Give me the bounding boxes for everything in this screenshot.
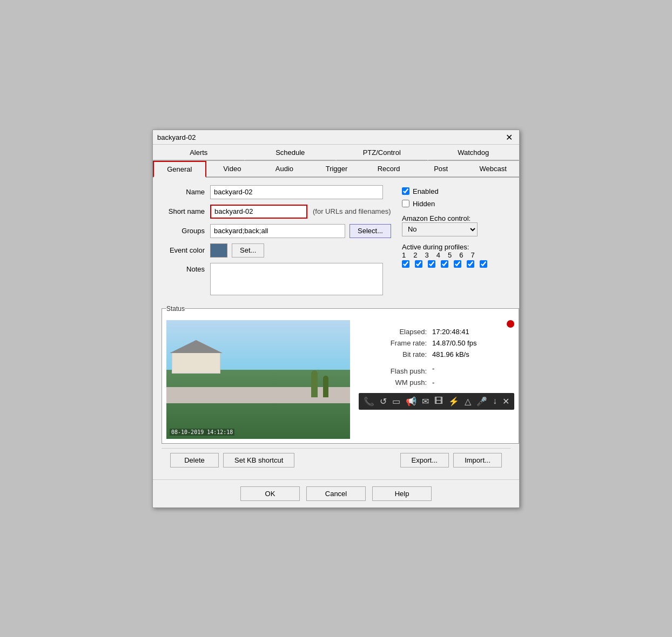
tabs-row2: General Video Audio Trigger Record Post … [153,161,519,178]
flash-push-value: - [430,361,513,376]
set-color-button[interactable]: Set... [232,243,264,257]
profiles-section: Active during profiles: 1 2 3 4 5 6 7 [402,241,510,268]
title-bar: backyard-02 ✕ [153,130,519,145]
toolbar-monitor-icon[interactable]: ▭ [391,395,402,408]
tab-webcast[interactable]: Webcast [467,161,519,177]
amazon-label: Amazon Echo control: [402,214,510,222]
short-name-input[interactable] [210,205,307,219]
kb-shortcut-button[interactable]: Set KB shortcut [223,453,294,467]
info-table: Elapsed: 17:20:48:41 Frame rate: 14.87/0… [359,326,514,389]
wall [166,387,350,403]
profile-check-7[interactable] [480,260,487,268]
tab-ptz[interactable]: PTZ/Control [336,145,428,160]
event-color-label: Event color [162,246,210,254]
notes-row: Notes [162,263,391,295]
tab-audio[interactable]: Audio [258,161,311,177]
status-section: Status 08-10-2019 14:12:18 [162,305,519,444]
tab-schedule[interactable]: Schedule [245,145,337,160]
groups-row: Groups Select... [162,224,391,238]
flash-push-label: Flash push: [360,361,429,376]
bit-rate-label: Bit rate: [360,349,429,360]
toolbar-mic-icon[interactable]: 🎤 [475,395,489,408]
close-button[interactable]: ✕ [503,133,515,142]
tab-trigger[interactable]: Trigger [311,161,363,177]
window-title: backyard-02 [157,133,196,141]
short-name-row: Short name (for URLs and filenames) [162,205,391,219]
toolbar-film-icon[interactable]: 🎞 [433,395,445,408]
toolbar-mail-icon[interactable]: ✉ [420,395,431,408]
export-button[interactable]: Export... [400,453,449,467]
ok-button[interactable]: OK [240,486,300,501]
hidden-checkbox[interactable] [402,200,409,207]
profiles-numbers: 1 2 3 4 5 6 7 [402,251,510,259]
tab-watchdog[interactable]: Watchdog [428,145,520,160]
tab-record[interactable]: Record [362,161,415,177]
status-inner: 08-10-2019 14:12:18 Elapsed: 17:20:48:41… [166,320,514,439]
select-button[interactable]: Select... [350,224,391,238]
hidden-row: Hidden [402,200,510,208]
toolbar-triangle-icon[interactable]: △ [463,395,473,408]
profile-num-7: 7 [471,251,474,259]
elapsed-value: 17:20:48:41 [430,327,513,337]
short-name-label: Short name [162,207,210,215]
profile-num-3: 3 [425,251,428,259]
amazon-select[interactable]: No Yes [402,222,478,236]
left-fields: Name Short name (for URLs and filenames)… [162,185,391,301]
profile-check-1[interactable] [402,260,409,268]
hidden-label: Hidden [413,200,435,208]
form-area: Name Short name (for URLs and filenames)… [162,185,510,301]
frame-rate-label: Frame rate: [360,338,429,348]
status-info: Elapsed: 17:20:48:41 Frame rate: 14.87/0… [359,320,514,439]
button-row-right: Export... Import... [400,453,502,467]
right-fields: Enabled Hidden Amazon Echo control: No Y… [391,185,510,301]
tree1 [311,370,318,397]
tab-alerts[interactable]: Alerts [153,145,245,160]
main-content: Name Short name (for URLs and filenames)… [153,178,519,479]
profile-num-6: 6 [459,251,463,259]
import-button[interactable]: Import... [453,453,502,467]
groups-label: Groups [162,227,210,235]
camera-timestamp: 08-10-2019 14:12:18 [170,429,234,436]
help-button[interactable]: Help [372,486,432,501]
toolbar-phone-icon[interactable]: 📞 [362,395,376,408]
toolbar-lightning-icon[interactable]: ⚡ [447,395,461,408]
amazon-section: Amazon Echo control: No Yes [402,212,510,236]
dialog-window: backyard-02 ✕ Alerts Schedule PTZ/Contro… [152,130,520,508]
notes-textarea[interactable] [210,263,383,295]
event-color-row: Event color Set... [162,243,391,257]
toolbar-speaker-icon[interactable]: 📢 [404,395,418,408]
profile-check-3[interactable] [428,260,435,268]
enabled-checkbox[interactable] [402,187,409,195]
flash-push-row: Flash push: - [360,361,513,376]
profile-check-5[interactable] [454,260,461,268]
wm-push-value: - [430,377,513,388]
elapsed-label: Elapsed: [360,327,429,337]
camera-preview: 08-10-2019 14:12:18 [166,320,350,439]
tabs-row1: Alerts Schedule PTZ/Control Watchdog [153,145,519,161]
tab-video[interactable]: Video [206,161,259,177]
cancel-button[interactable]: Cancel [306,486,366,501]
tree2 [323,376,328,397]
profile-check-2[interactable] [415,260,422,268]
enabled-row: Enabled [402,187,510,195]
tab-post[interactable]: Post [415,161,467,177]
button-row-left: Delete Set KB shortcut [170,453,294,467]
bit-rate-row: Bit rate: 481.96 kB/s [360,349,513,360]
delete-button[interactable]: Delete [170,453,219,467]
name-label: Name [162,188,210,196]
profile-check-4[interactable] [441,260,448,268]
toolbar-row: 📞 ↺ ▭ 📢 ✉ 🎞 ⚡ △ 🎤 ↓ ✕ [359,393,514,410]
tab-general[interactable]: General [153,161,206,178]
toolbar-close-icon[interactable]: ✕ [501,395,511,408]
notes-label: Notes [162,263,210,273]
short-name-hint: (for URLs and filenames) [313,207,391,215]
house-roof [170,340,223,353]
color-swatch[interactable] [210,243,227,257]
toolbar-refresh-icon[interactable]: ↺ [378,395,388,408]
profile-num-5: 5 [448,251,452,259]
profile-check-6[interactable] [467,260,474,268]
wm-push-label: WM push: [360,377,429,388]
toolbar-down-icon[interactable]: ↓ [491,395,499,408]
groups-input[interactable] [210,224,345,238]
name-input[interactable] [210,185,383,199]
